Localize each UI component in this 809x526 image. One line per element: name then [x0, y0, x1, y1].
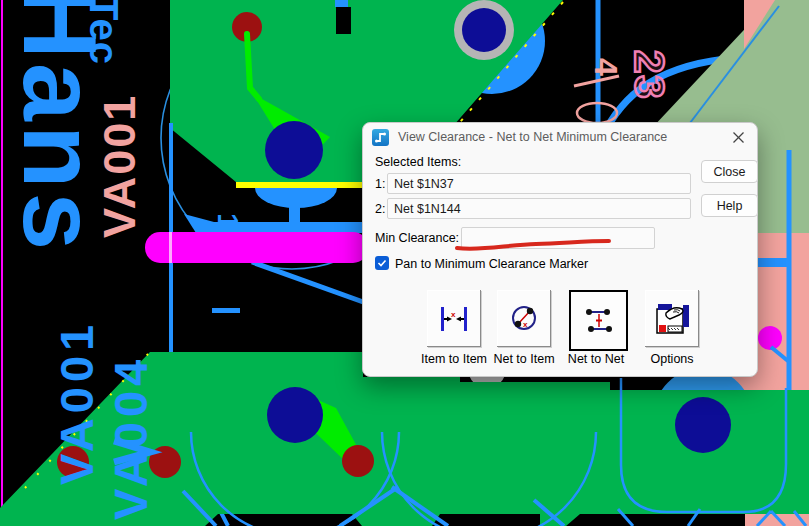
close-icon[interactable]: [729, 128, 747, 146]
refdes-va004: VA004: [107, 355, 154, 520]
dialog-titlebar[interactable]: View Clearance - Net to Net Minimum Clea…: [363, 123, 757, 151]
pad-navy-top[interactable]: [265, 121, 323, 179]
svg-text:x: x: [523, 320, 528, 329]
silkscreen-digit-1: 1: [213, 213, 243, 230]
net1-field[interactable]: Net $1N37: [387, 173, 691, 194]
silkscreen-pink-va001: VA001: [97, 94, 142, 238]
svg-text:x: x: [451, 310, 456, 319]
min-clearance-label: Min Clearance:: [375, 231, 459, 245]
row2-index: 2:: [375, 202, 385, 216]
min-clearance-field[interactable]: [461, 227, 655, 249]
via-magenta: [758, 326, 782, 350]
item-to-item-button[interactable]: x: [427, 290, 481, 347]
net-to-net-icon: [579, 301, 619, 341]
net-to-net-button[interactable]: [569, 290, 628, 351]
clearance-app-icon: [372, 129, 389, 146]
silkscreen-brand-small: Tec: [84, 0, 124, 65]
close-button[interactable]: Close: [701, 160, 758, 183]
dialog-title: View Clearance - Net to Net Minimum Clea…: [398, 130, 667, 144]
net2-field[interactable]: Net $1N144: [387, 198, 691, 219]
pan-checkbox[interactable]: [375, 256, 389, 270]
help-button[interactable]: Help: [701, 194, 758, 217]
options-button[interactable]: [645, 290, 699, 347]
options-label: Options: [627, 352, 717, 366]
pcb-editor-viewport: Hans Tec VA001 VA001 VA004 23 4 1 View C…: [0, 0, 809, 526]
pad-navy-bottom-1[interactable]: [267, 387, 323, 443]
selected-items-label: Selected Items:: [375, 155, 461, 169]
options-icon: [652, 299, 692, 339]
net-to-item-button[interactable]: x: [497, 290, 551, 347]
view-clearance-dialog: View Clearance - Net to Net Minimum Clea…: [362, 122, 758, 377]
pan-checkbox-label: Pan to Minimum Clearance Marker: [395, 257, 588, 271]
highlighted-net-magenta[interactable]: [145, 232, 368, 263]
silkscreen-num-23: 23: [628, 50, 670, 101]
item-to-item-icon: x: [434, 299, 474, 339]
refdes-va001: VA001: [53, 320, 100, 485]
pad-gray-ring[interactable]: [454, 0, 514, 60]
silkscreen-num-4: 4: [590, 58, 622, 76]
net-to-item-icon: x: [504, 299, 544, 339]
pad-navy-bottom-2[interactable]: [675, 397, 731, 453]
row1-index: 1:: [375, 177, 385, 191]
rule-yellow-line: [236, 182, 368, 188]
